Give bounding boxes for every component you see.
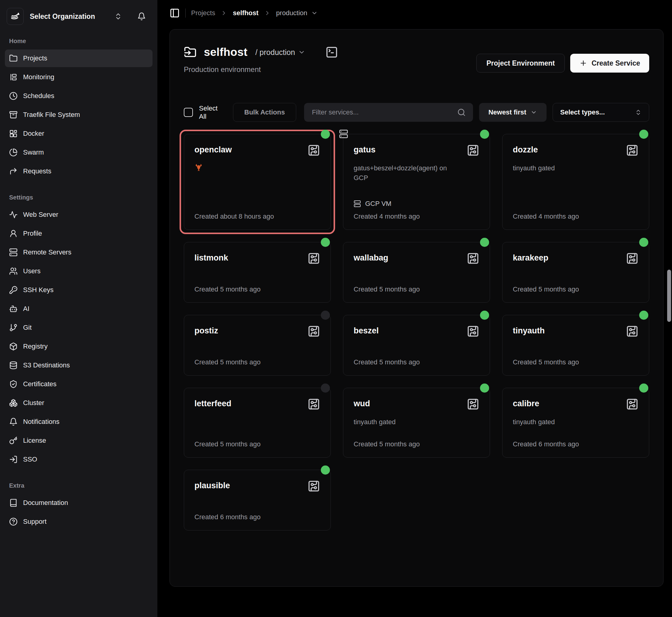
breadcrumb-projects[interactable]: Projects [191, 9, 215, 17]
sidebar-item-cluster[interactable]: Cluster [5, 394, 153, 412]
service-card-beszel[interactable]: beszelCreated 5 months ago [343, 315, 490, 376]
sidebar-item-license[interactable]: License [5, 432, 153, 449]
service-card-postiz[interactable]: postizCreated 5 months ago [184, 315, 331, 376]
monitoring-icon [9, 73, 18, 81]
service-card-karakeep[interactable]: karakeepCreated 5 months ago [502, 242, 649, 303]
sidebar-item-ai[interactable]: AI [5, 300, 153, 318]
service-description: tinyauth gated [354, 417, 454, 427]
service-card-wud[interactable]: wudtinyauth gatedCreated 5 months ago [343, 388, 490, 458]
select-all-checkbox[interactable] [184, 108, 193, 117]
filter-services-input[interactable] [304, 103, 473, 122]
help-circle-icon [9, 518, 18, 526]
sidebar-item-profile[interactable]: Profile [5, 225, 153, 242]
sidebar-item-projects[interactable]: Projects [5, 49, 153, 67]
notifications-bell-icon[interactable] [137, 12, 146, 21]
chevron-down-icon[interactable] [311, 10, 318, 16]
sidebar-item-remote-servers[interactable]: Remote Servers [5, 243, 153, 261]
card-bottom: Created 5 months ago [354, 358, 479, 366]
service-name: karakeep [513, 253, 548, 263]
sidebar-item-support[interactable]: Support [5, 513, 153, 531]
service-name: plausible [194, 481, 230, 490]
card-bottom: Created 5 months ago [513, 285, 639, 293]
service-card-wallabag[interactable]: wallabagCreated 5 months ago [343, 242, 490, 303]
main-area: Projects selfhost production selfhost / … [157, 0, 672, 617]
status-dot [321, 130, 330, 139]
sidebar-toggle-icon[interactable] [170, 8, 180, 18]
server-badge: GCP VM [354, 200, 479, 208]
service-card-letterfeed[interactable]: letterfeedCreated 5 months ago [184, 388, 331, 458]
sidebar-item-s3-destinations[interactable]: S3 Destinations [5, 357, 153, 374]
forward-icon [9, 167, 18, 176]
key-icon [9, 436, 18, 445]
card-bottom: Created 6 months ago [194, 513, 320, 521]
service-created: Created 5 months ago [354, 440, 479, 448]
sidebar-item-label: Certificates [23, 380, 56, 388]
card-bottom: Created 5 months ago [354, 440, 479, 448]
sidebar-item-registry[interactable]: Registry [5, 338, 153, 355]
service-name: listmonk [194, 253, 228, 263]
service-card-plausible[interactable]: plausibleCreated 6 months ago [184, 470, 331, 531]
sidebar-item-sso[interactable]: SSO [5, 451, 153, 468]
service-description: tinyauth gated [513, 163, 613, 173]
sidebar-item-schedules[interactable]: Schedules [5, 87, 153, 105]
card-bottom: GCP VMCreated 4 months ago [354, 200, 479, 220]
search-icon [457, 108, 466, 117]
service-card-calibre[interactable]: calibretinyauth gatedCreated 6 months ag… [502, 388, 649, 458]
sidebar-item-git[interactable]: Git [5, 319, 153, 337]
sort-select[interactable]: Newest first [479, 103, 546, 122]
service-created: Created 5 months ago [354, 285, 479, 293]
status-dot [639, 238, 648, 247]
chevron-right-icon [264, 10, 271, 16]
sidebar-item-swarm[interactable]: Swarm [5, 144, 153, 161]
sidebar-item-label: Schedules [23, 92, 54, 100]
scrollbar[interactable] [667, 270, 671, 322]
package-icon [9, 342, 18, 351]
sidebar-item-traefik-file-system[interactable]: Traefik File System [5, 106, 153, 124]
sidebar-item-users[interactable]: Users [5, 262, 153, 280]
container-icon [626, 325, 639, 338]
database-icon [9, 361, 18, 370]
service-card-tinyauth[interactable]: tinyauthCreated 5 months ago [502, 315, 649, 376]
git-branch-icon [9, 324, 18, 332]
sidebar-item-ssh-keys[interactable]: SSH Keys [5, 281, 153, 299]
sidebar-item-label: License [23, 437, 46, 444]
sidebar-item-label: S3 Destinations [23, 361, 70, 369]
service-card-dozzle[interactable]: dozzletinyauth gatedCreated 4 months ago [502, 134, 649, 230]
service-card-gatus[interactable]: gatusgatus+beszel+dozzle(agent) on GCPGC… [343, 134, 490, 230]
card-title-row: dozzle [513, 145, 639, 157]
breadcrumb-selfhost[interactable]: selfhost [233, 9, 258, 17]
project-environment-button[interactable]: Project Environment [476, 54, 565, 72]
book-icon [9, 498, 18, 507]
chevrons-up-down-icon[interactable] [114, 12, 122, 20]
create-service-button[interactable]: Create Service [570, 54, 649, 72]
container-icon [307, 252, 320, 265]
breadcrumb-production[interactable]: production [276, 9, 307, 17]
status-dot [639, 130, 648, 139]
environment-selector[interactable]: / production [255, 48, 305, 57]
sidebar-item-docker[interactable]: Docker [5, 125, 153, 143]
sidebar-item-documentation[interactable]: Documentation [5, 494, 153, 511]
service-card-listmonk[interactable]: listmonkCreated 5 months ago [184, 242, 331, 303]
bulk-actions-button[interactable]: Bulk Actions [233, 103, 296, 122]
container-icon [307, 144, 320, 157]
container-icon [626, 144, 639, 157]
chevron-down-icon [298, 49, 305, 56]
sidebar-item-requests[interactable]: Requests [5, 163, 153, 180]
sidebar-item-monitoring[interactable]: Monitoring [5, 68, 153, 86]
sidebar-item-label: Monitoring [23, 73, 54, 81]
sidebar-item-label: Notifications [23, 418, 59, 426]
card-title-row: gatus [354, 145, 479, 157]
terminal-icon[interactable] [325, 46, 338, 59]
create-service-label: Create Service [592, 59, 640, 67]
sidebar-item-notifications[interactable]: Notifications [5, 413, 153, 431]
types-select[interactable]: Select types... [553, 103, 649, 122]
sidebar-item-web-server[interactable]: Web Server [5, 206, 153, 223]
container-icon [467, 398, 479, 411]
sidebar-item-label: Traefik File System [23, 111, 80, 119]
org-selector[interactable]: Select Organization [5, 8, 153, 25]
folder-input-icon [184, 46, 197, 59]
container-icon [626, 398, 639, 411]
sidebar-item-certificates[interactable]: Certificates [5, 375, 153, 393]
service-card-openclaw[interactable]: openclawCreated about 8 hours ago [184, 134, 331, 230]
server-badge-label: GCP VM [365, 200, 391, 208]
